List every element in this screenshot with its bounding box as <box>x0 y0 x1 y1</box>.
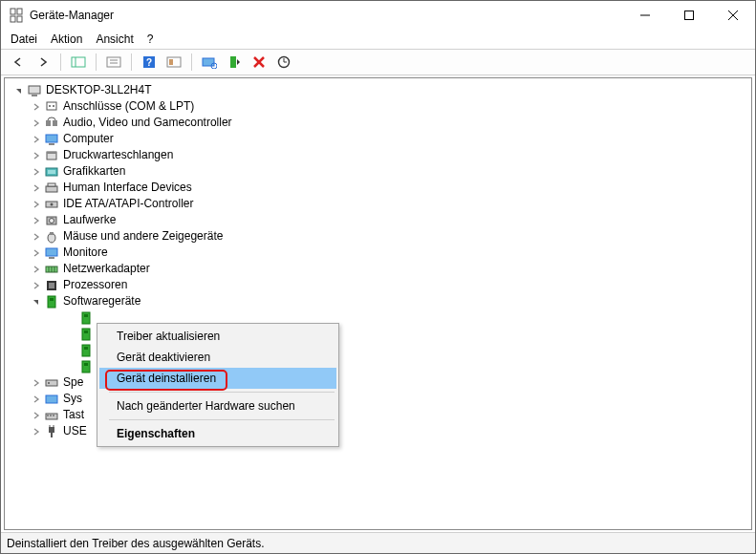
chevron-collapsed-icon[interactable] <box>30 376 43 390</box>
svg-rect-44 <box>46 248 57 256</box>
menubar: Datei Aktion Ansicht ? <box>1 30 755 49</box>
chevron-collapsed-icon[interactable] <box>30 409 43 422</box>
tree-category-label: Human Interface Devices <box>63 180 192 196</box>
tree-category[interactable]: Softwaregeräte <box>9 293 751 309</box>
tree-category[interactable]: IDE ATA/ATAPI-Controller <box>9 196 751 212</box>
tree-category-label: Netzwerkadapter <box>63 261 150 277</box>
software-device-icon <box>78 343 94 358</box>
svg-rect-64 <box>46 395 57 403</box>
menu-file[interactable]: Datei <box>11 32 37 46</box>
app-icon <box>9 8 24 23</box>
chevron-collapsed-icon[interactable] <box>30 165 43 179</box>
show-hide-tree-button[interactable] <box>67 52 90 73</box>
back-button[interactable] <box>7 52 30 73</box>
ctx-properties[interactable]: Eigenschaften <box>99 423 336 444</box>
svg-rect-58 <box>82 345 90 356</box>
help-icon-button[interactable]: ? <box>138 52 161 73</box>
category-icon <box>44 229 59 245</box>
ctx-disable-device[interactable]: Gerät deaktivieren <box>99 347 336 368</box>
svg-rect-56 <box>82 329 90 340</box>
tree-content: DESKTOP-3LL2H4T Anschlüsse (COM & LPT)Au… <box>4 77 752 530</box>
separator-icon <box>191 53 192 71</box>
tree-category-label: Spe <box>63 374 83 391</box>
tree-category-label: Anschlüsse (COM & LPT) <box>63 98 194 115</box>
svg-rect-36 <box>46 186 57 192</box>
chevron-collapsed-icon[interactable] <box>30 198 43 211</box>
category-icon <box>44 262 59 277</box>
tree-category[interactable]: Computer <box>9 131 751 147</box>
uninstall-device-button[interactable] <box>248 52 270 73</box>
tree-category[interactable]: Human Interface Devices <box>9 180 751 196</box>
chevron-collapsed-icon[interactable] <box>30 133 43 146</box>
category-icon <box>44 148 59 163</box>
maximize-button[interactable] <box>667 1 711 30</box>
tree-root[interactable]: DESKTOP-3LL2H4T <box>9 82 751 98</box>
action-icon-button[interactable] <box>162 52 185 73</box>
svg-rect-33 <box>47 152 56 154</box>
tree-category[interactable]: Anschlüsse (COM & LPT) <box>9 98 751 115</box>
chevron-collapsed-icon[interactable] <box>30 393 43 406</box>
minimize-button[interactable] <box>623 1 667 30</box>
properties-icon-button[interactable] <box>102 52 125 73</box>
tree-category[interactable]: Prozessoren <box>9 277 751 293</box>
chevron-collapsed-icon[interactable] <box>30 214 43 227</box>
status-text: Deinstalliert den Treiber des ausgewählt… <box>7 537 264 550</box>
tree-category[interactable]: Monitore <box>9 245 751 261</box>
menu-help[interactable]: ? <box>147 32 154 46</box>
category-icon <box>44 245 59 261</box>
separator-icon <box>96 53 97 71</box>
chevron-collapsed-icon[interactable] <box>30 279 43 292</box>
forward-button[interactable] <box>32 52 54 73</box>
chevron-collapsed-icon[interactable] <box>30 425 43 438</box>
chevron-collapsed-icon[interactable] <box>30 230 43 244</box>
chevron-collapsed-icon[interactable] <box>30 263 43 276</box>
separator-icon <box>109 392 335 393</box>
tree-category-label: Computer <box>63 131 114 147</box>
svg-rect-23 <box>29 86 40 94</box>
enable-device-button[interactable] <box>223 52 246 73</box>
menu-action[interactable]: Aktion <box>51 32 82 46</box>
tree-category-label: Prozessoren <box>63 277 127 293</box>
svg-rect-25 <box>47 102 56 110</box>
ctx-uninstall-device[interactable]: Gerät deinstallieren <box>99 368 336 389</box>
tree-category-label: Grafikkarten <box>63 163 125 180</box>
chevron-collapsed-icon[interactable] <box>30 181 43 195</box>
tree-category[interactable]: Grafikkarten <box>9 163 751 180</box>
svg-rect-57 <box>84 330 88 333</box>
close-button[interactable] <box>711 1 755 30</box>
context-menu: Treiber aktualisieren Gerät deaktivieren… <box>97 323 339 447</box>
chevron-collapsed-icon[interactable] <box>30 100 43 114</box>
ctx-scan-hardware[interactable]: Nach geänderter Hardware suchen <box>99 395 336 416</box>
svg-point-63 <box>48 382 50 384</box>
svg-rect-67 <box>50 415 52 416</box>
chevron-collapsed-icon[interactable] <box>30 246 43 260</box>
svg-rect-52 <box>48 296 55 308</box>
tree-category[interactable]: Mäuse und andere Zeigegeräte <box>9 228 751 245</box>
svg-rect-28 <box>46 120 51 126</box>
svg-rect-68 <box>53 415 54 416</box>
svg-rect-8 <box>72 57 85 67</box>
svg-point-26 <box>49 105 51 107</box>
scan-hardware-button[interactable] <box>198 52 221 73</box>
menu-view[interactable]: Ansicht <box>96 32 133 46</box>
chevron-expanded-icon[interactable] <box>30 295 43 309</box>
computer-icon <box>27 83 42 98</box>
chevron-collapsed-icon[interactable] <box>30 117 43 130</box>
category-icon <box>44 392 59 407</box>
ctx-update-driver[interactable]: Treiber aktualisieren <box>99 326 336 347</box>
svg-rect-24 <box>32 95 37 96</box>
chevron-expanded-icon[interactable] <box>12 84 26 97</box>
svg-rect-62 <box>46 380 57 386</box>
tree-category[interactable]: Netzwerkadapter <box>9 261 751 277</box>
tree-root-label: DESKTOP-3LL2H4T <box>46 82 152 98</box>
tree-category[interactable]: Druckwarteschlangen <box>9 147 751 163</box>
category-icon <box>44 99 59 115</box>
tree-category-label: Monitore <box>63 245 108 261</box>
chevron-collapsed-icon[interactable] <box>30 149 43 162</box>
svg-rect-55 <box>84 314 88 317</box>
svg-rect-54 <box>82 312 90 324</box>
tree-category[interactable]: Laufwerke <box>9 212 751 228</box>
svg-point-27 <box>53 105 54 107</box>
tree-category[interactable]: Audio, Video und Gamecontroller <box>9 115 751 131</box>
update-driver-button[interactable] <box>272 52 295 73</box>
